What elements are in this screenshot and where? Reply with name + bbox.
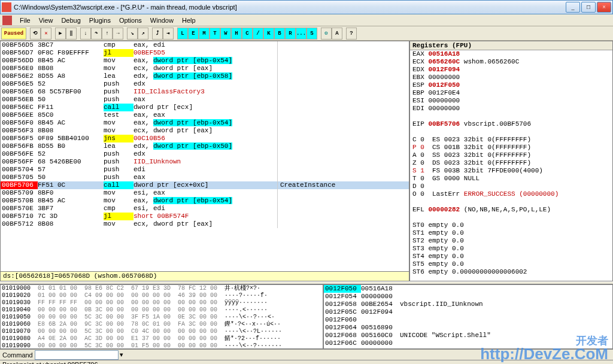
help-button[interactable]: ? (346, 28, 357, 40)
disasm-row[interactable]: 00BF57098BF0movesi, eax (1, 189, 409, 197)
disasm-row[interactable]: 00BF56E552pushedx (1, 80, 409, 88)
dump-row[interactable]: 01019060 E8 6B 2A 00 9C 3C 00 00 78 0C 0… (1, 321, 323, 328)
view-c-button[interactable]: C (242, 28, 253, 40)
flag-line[interactable]: P 0 CS 001B 32bit 0(FFFFFFFF) (410, 144, 612, 151)
stack-row[interactable]: 0012F05800BE2654vbscript.IID_IUnknown (324, 301, 612, 308)
disasm-row[interactable]: 00BF570E3BF7cmpesi, edi (1, 205, 409, 213)
disasm-row[interactable]: 00BF56F38B08movecx, dword ptr [eax] (1, 127, 409, 135)
menu-plugins[interactable]: Plugins (85, 16, 115, 25)
dump-row[interactable]: 01019090 00 00 00 00 5C 3C 00 00 01 F5 0… (1, 342, 323, 349)
view-/-button[interactable]: / (253, 28, 263, 40)
dump-row[interactable]: 01019050 00 00 00 00 5C 3C 00 00 3F F5 1… (1, 314, 323, 321)
view-m-button[interactable]: M (199, 28, 210, 40)
view-e-button[interactable]: E (188, 28, 199, 40)
view-r-button[interactable]: R (285, 28, 296, 40)
disasm-row[interactable]: 00BF56FE52pushedx (1, 150, 409, 158)
disasm-row[interactable]: 00BF570550pusheax (1, 174, 409, 181)
disasm-row[interactable]: 00BF56FF68 5426BE00pushIID_IUnknown (1, 158, 409, 166)
fpu-register[interactable]: ST2 empty 0.0 (410, 237, 612, 245)
options-button[interactable]: ⚙ (321, 28, 332, 40)
command-dropdown-icon[interactable]: ▾ (120, 351, 123, 359)
disasm-row[interactable]: 00BF56D53BC7cmpeax, edi (1, 41, 409, 49)
view-h-button[interactable]: H (231, 28, 242, 40)
register-edx[interactable]: EDX 0012F094 (410, 66, 612, 74)
menu-window[interactable]: Window (146, 16, 178, 25)
stack-row[interactable]: 0012F05000516A18 (324, 285, 612, 293)
register-esp[interactable]: ESP 0012F050 (410, 81, 612, 89)
close-button[interactable]: × (597, 2, 611, 13)
fpu-register[interactable]: ST3 empty 0.0 (410, 245, 612, 253)
view-s-button[interactable]: S (306, 28, 317, 40)
register-eip[interactable]: EIP 00BF5706 vbscript.00BF5706 (410, 120, 612, 128)
stack-row[interactable]: 0012F07000000000 (324, 347, 612, 349)
flag-line[interactable]: C 0 ES 0023 32bit 0(FFFFFFFF) (410, 136, 612, 144)
stack-row[interactable]: 0012F05C0012F094 (324, 308, 612, 316)
fpu-register[interactable]: ST0 empty 0.0 (410, 222, 612, 229)
disasm-row[interactable]: 00BF56F50F89 5BB40100jns00C10B56 (1, 135, 409, 142)
dump-row[interactable]: 01019080 A4 0E 2A 00 AC 3D 00 00 E1 37 0… (1, 335, 323, 342)
fpu-register[interactable]: ST6 empty 0.00000000000006002 (410, 268, 612, 276)
stack-row[interactable]: 0012F068005160C0UNICODE "WScript.Shell" (324, 332, 612, 339)
flag-line[interactable]: T 0 GS 0000 NULL (410, 175, 612, 183)
step-into-button[interactable]: ↓ (80, 28, 91, 40)
step-out-button[interactable]: ↑ (102, 28, 113, 40)
registers-pane[interactable]: Registers (FPU) EAX 00516A18 ECX 0656260… (409, 41, 613, 281)
view-w-button[interactable]: W (220, 28, 231, 40)
pause-button[interactable]: ‖ (66, 28, 77, 40)
disassembly-view[interactable]: 00BF56D53BC7cmpeax, edi00BF56D70F8C F89E… (1, 41, 409, 271)
goto-button[interactable]: ⇥ (163, 28, 174, 40)
register-efl[interactable]: EFL 00000282 (NO,NB,NE,A,S,PO,L,LE) (410, 206, 612, 214)
disasm-row[interactable]: 00BF56E668 5C57BF00pushIID_IClassFactory… (1, 88, 409, 96)
register-ebx[interactable]: EBX 00000000 (410, 74, 612, 81)
disasm-row[interactable]: 00BF570B8B45 ACmoveax, dword ptr [ebp-0x… (1, 197, 409, 205)
disasm-row[interactable]: 00BF57107C 3Djlshort 00BF574F (1, 213, 409, 220)
fpu-register[interactable]: ST5 empty 0.0 (410, 260, 612, 268)
close-debuggee-button[interactable]: ✕ (41, 28, 51, 40)
disasm-row[interactable]: 00BF570457pushedi (1, 166, 409, 174)
view-t-button[interactable]: T (210, 28, 220, 40)
flag-line[interactable]: O 0 LastErr ERROR_SUCCESS (00000000) (410, 190, 612, 198)
register-ecx[interactable]: ECX 0656260C wshom.0656260C (410, 58, 612, 66)
register-ebp[interactable]: EBP 0012F0E4 (410, 89, 612, 97)
appearance-button[interactable]: A (332, 28, 342, 40)
menu-debug[interactable]: Debug (57, 16, 84, 25)
dump-row[interactable]: 01019030 FF FF FF FF 00 00 00 00 00 00 0… (1, 299, 323, 307)
stack-view[interactable]: 0012F05000516A180012F054000000000012F058… (323, 284, 613, 349)
step-over-button[interactable]: ↷ (91, 28, 102, 40)
trace-into-button[interactable]: ↘ (127, 28, 138, 40)
disasm-row[interactable]: 00BF56DD8B45 ACmoveax, dword ptr [ebp-0x… (1, 57, 409, 65)
menu-options[interactable]: Options (115, 16, 146, 25)
fpu-register[interactable]: ST1 empty 0.0 (410, 229, 612, 237)
disasm-row[interactable]: 00BF56E08B08movecx, dword ptr [eax] (1, 65, 409, 72)
disasm-row[interactable]: 00BF56ECFF11calldword ptr [ecx] (1, 104, 409, 111)
flag-line[interactable]: D 0 (410, 183, 612, 190)
stack-row[interactable]: 0012F06400516890 (324, 324, 612, 332)
disasm-row[interactable]: 00BF57128B08movecx, dword ptr [eax] (1, 220, 409, 228)
fpu-register[interactable]: ST4 empty 0.0 (410, 253, 612, 260)
register-esi[interactable]: ESI 00000000 (410, 97, 612, 105)
flag-line[interactable]: S 1 FS 003B 32bit 7FFDE000(4000) (410, 167, 612, 175)
dump-row[interactable]: 01019020 01 00 00 00 C4 09 00 00 00 00 0… (1, 292, 323, 299)
disasm-row[interactable]: 00BF56FB8D55 B0leaedx, dword ptr [ebp-0x… (1, 142, 409, 150)
view-b-button[interactable]: B (274, 28, 285, 40)
flag-line[interactable]: Z 0 DS 0023 32bit 0(FFFFFFFF) (410, 159, 612, 167)
command-input[interactable] (35, 350, 119, 360)
run-button[interactable]: ▶ (55, 28, 66, 40)
menu-help[interactable]: Help (178, 16, 200, 25)
flag-line[interactable]: A 0 SS 0023 32bit 0(FFFFFFFF) (410, 151, 612, 159)
restart-button[interactable]: ⟲ (30, 28, 41, 40)
dump-row[interactable]: 01019040 00 00 00 00 0B 3C 00 00 00 00 0… (1, 307, 323, 314)
disasm-row[interactable]: 00BF5706FF51 0Ccalldword ptr [ecx+0xC]Cr… (1, 181, 409, 189)
disasm-row[interactable]: 00BF56EE85C0testeax, eax (1, 111, 409, 119)
menu-view[interactable]: View (35, 16, 57, 25)
register-eax[interactable]: EAX 00516A18 (410, 50, 612, 58)
disasm-row[interactable]: 00BF56EB50pusheax (1, 96, 409, 104)
memory-dump-view[interactable]: 01019000 01 01 01 00 98 E6 8C C2 67 19 E… (0, 284, 323, 349)
view-...-button[interactable]: ... (296, 28, 306, 40)
disasm-row[interactable]: 00BF56F08B45 ACmoveax, dword ptr [ebp-0x… (1, 119, 409, 127)
disasm-row[interactable]: 00BF56D70F8C F89EFFFFjl00BEF5D5 (1, 49, 409, 57)
minimize-button[interactable]: _ (566, 2, 580, 13)
stack-row[interactable]: 0012F060 (324, 316, 612, 324)
view-k-button[interactable]: K (263, 28, 274, 40)
stack-row[interactable]: 0012F06C00000000 (324, 339, 612, 347)
